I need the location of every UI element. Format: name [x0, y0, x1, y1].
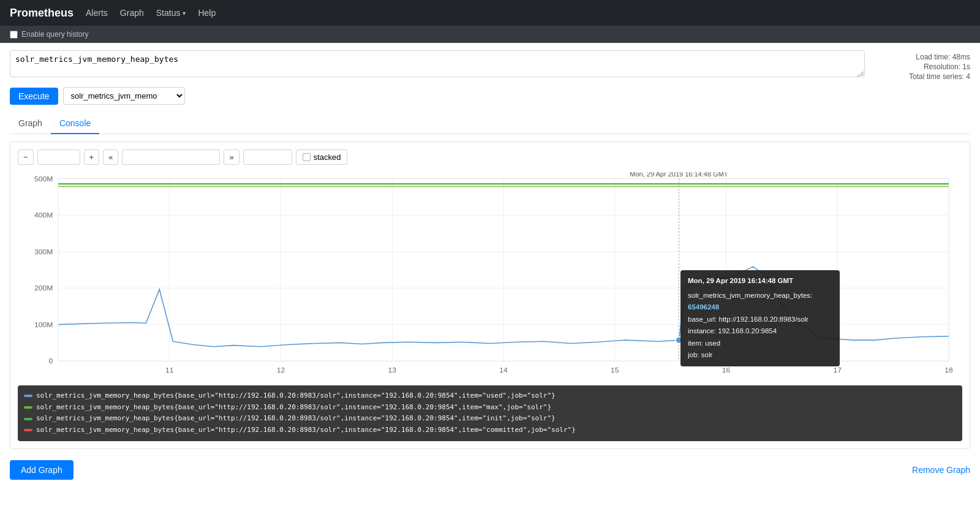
until-input[interactable]: Until — [122, 150, 220, 165]
svg-text:12: 12 — [277, 366, 285, 374]
svg-text:16: 16 — [722, 366, 731, 374]
chart-container: .grid-line { stroke: #e0e0e0; stroke-wid… — [18, 172, 962, 380]
legend-color-swatch — [24, 395, 32, 397]
svg-text:18: 18 — [944, 366, 953, 374]
svg-point-30 — [676, 337, 682, 344]
legend: solr_metrics_jvm_memory_heap_bytes{base_… — [18, 385, 962, 441]
legend-label: solr_metrics_jvm_memory_heap_bytes{base_… — [36, 390, 556, 402]
stacked-label: stacked — [314, 153, 341, 162]
tab-console[interactable]: Console — [51, 113, 99, 134]
zoom-in-button[interactable]: + — [84, 150, 100, 165]
main-content: solr_metrics_jvm_memory_heap_bytes ⌟ Loa… — [0, 43, 980, 492]
chevron-down-icon: ▾ — [183, 10, 186, 17]
zoom-out-button[interactable]: − — [18, 150, 34, 165]
navbar: Prometheus Alerts Graph Status ▾ Help — [0, 0, 980, 26]
svg-text:15: 15 — [611, 366, 619, 374]
svg-text:100M: 100M — [34, 320, 53, 329]
svg-text:300M: 300M — [34, 248, 53, 256]
legend-label: solr_metrics_jvm_memory_heap_bytes{base_… — [36, 402, 551, 414]
tab-graph[interactable]: Graph — [10, 113, 51, 134]
legend-color-swatch — [24, 429, 32, 431]
stacked-button[interactable]: stacked — [296, 150, 348, 165]
svg-text:0: 0 — [49, 357, 53, 366]
svg-text:Mon, 29 Apr 2019 16:14:48 GMT: Mon, 29 Apr 2019 16:14:48 GMT — [630, 172, 728, 178]
load-time: Load time: 48ms — [916, 53, 970, 61]
query-history-label: Enable query history — [21, 30, 88, 39]
query-textarea-container: solr_metrics_jvm_memory_heap_bytes ⌟ — [10, 50, 865, 79]
query-meta: Load time: 48ms Resolution: 1s Total tim… — [872, 50, 970, 81]
graph-panel: − 8m + « Until » Res. (s) stacked .grid-… — [10, 142, 970, 449]
resolution: Resolution: 1s — [924, 62, 970, 71]
svg-text:13: 13 — [388, 366, 397, 374]
legend-item: solr_metrics_jvm_memory_heap_bytes{base_… — [24, 402, 956, 414]
legend-color-swatch — [24, 406, 32, 409]
time-range-input[interactable]: 8m — [37, 150, 80, 165]
metric-select[interactable]: solr_metrics_jvm_memo — [63, 87, 185, 105]
brand[interactable]: Prometheus — [10, 7, 74, 20]
bottom-actions: Add Graph Remove Graph — [10, 455, 970, 485]
add-graph-button[interactable]: Add Graph — [10, 460, 74, 480]
legend-color-swatch — [24, 418, 32, 420]
nav-alerts[interactable]: Alerts — [86, 6, 108, 20]
svg-text:14: 14 — [499, 366, 508, 374]
back-button[interactable]: « — [103, 150, 118, 165]
svg-text:17: 17 — [834, 366, 842, 374]
resize-handle-icon: ⌟ — [856, 70, 864, 78]
legend-label: solr_metrics_jvm_memory_heap_bytes{base_… — [36, 425, 576, 436]
svg-text:400M: 400M — [34, 211, 53, 220]
resolution-input[interactable]: Res. (s) — [243, 150, 292, 165]
nav-help[interactable]: Help — [198, 6, 216, 20]
stacked-checkbox-icon — [303, 153, 311, 161]
svg-text:200M: 200M — [34, 284, 53, 293]
nav-graph[interactable]: Graph — [120, 6, 144, 20]
svg-text:11: 11 — [165, 366, 174, 374]
query-history-bar: Enable query history — [0, 26, 980, 43]
tabs: Graph Console — [10, 113, 970, 134]
legend-item: solr_metrics_jvm_memory_heap_bytes{base_… — [24, 390, 956, 402]
query-input[interactable]: solr_metrics_jvm_memory_heap_bytes — [10, 50, 865, 77]
remove-graph-button[interactable]: Remove Graph — [912, 465, 970, 475]
execute-button[interactable]: Execute — [10, 88, 58, 105]
chart-svg: .grid-line { stroke: #e0e0e0; stroke-wid… — [18, 172, 962, 380]
query-row: solr_metrics_jvm_memory_heap_bytes ⌟ Loa… — [10, 50, 970, 81]
execute-row: Execute solr_metrics_jvm_memo — [10, 87, 970, 105]
controls-row: − 8m + « Until » Res. (s) stacked — [18, 150, 962, 165]
legend-item: solr_metrics_jvm_memory_heap_bytes{base_… — [24, 413, 956, 425]
total-series: Total time series: 4 — [909, 72, 970, 81]
forward-button[interactable]: » — [224, 150, 239, 165]
nav-status-dropdown[interactable]: Status ▾ — [156, 8, 186, 18]
legend-item: solr_metrics_jvm_memory_heap_bytes{base_… — [24, 425, 956, 436]
legend-label: solr_metrics_jvm_memory_heap_bytes{base_… — [36, 413, 556, 425]
svg-text:500M: 500M — [34, 175, 53, 183]
query-history-checkbox[interactable] — [10, 31, 18, 39]
